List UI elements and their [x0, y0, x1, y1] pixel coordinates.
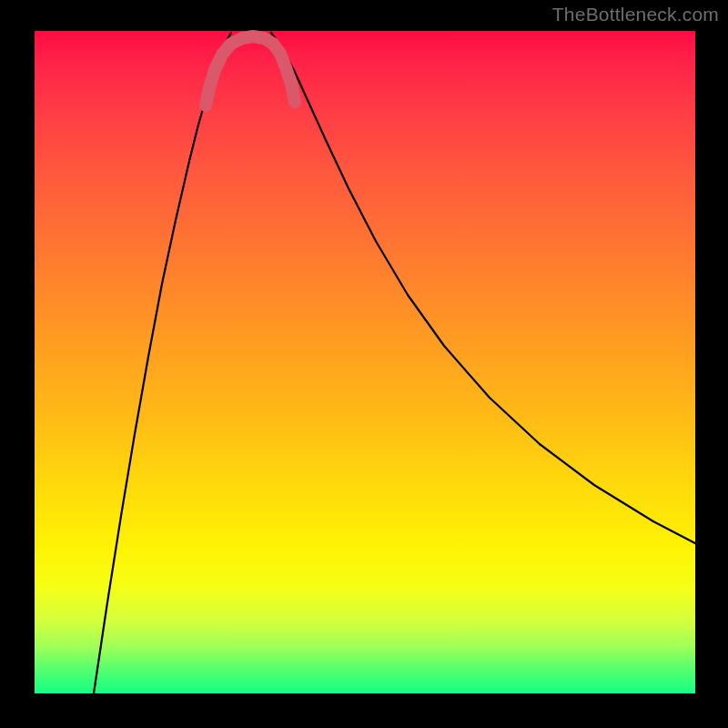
series-min-marker [206, 36, 295, 106]
series-right-branch [271, 33, 695, 543]
series-left-branch [94, 33, 231, 693]
chart-frame: TheBottleneck.com [0, 0, 728, 728]
plot-area [35, 31, 695, 693]
watermark-text: TheBottleneck.com [552, 4, 719, 25]
curve-layer [35, 31, 695, 693]
